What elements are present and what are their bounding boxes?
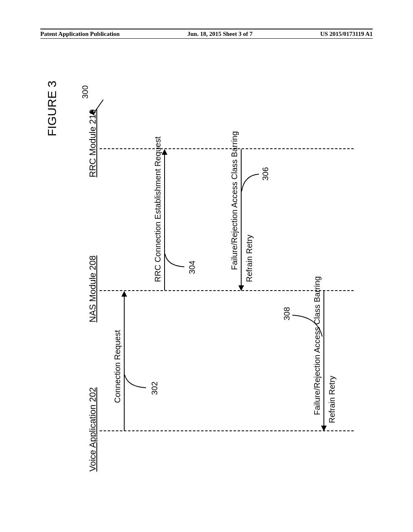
lifeline-rrc-label: RRC Module 210 — [88, 109, 98, 177]
header-left: Patent Application Publication — [40, 29, 120, 38]
figure-title: FIGURE 3 — [45, 81, 59, 136]
figure-area: FIGURE 3 Voice Application 202 NAS Modul… — [41, 56, 372, 484]
lifeline-voice — [100, 430, 354, 431]
ref-300-line — [94, 100, 104, 113]
lifeline-rrc — [100, 148, 354, 149]
lifeline-nas-label: NAS Module 208 — [88, 256, 98, 322]
msg-302-label: Connection Request — [113, 330, 122, 403]
refrain-nas: Refrain Retry — [245, 235, 254, 282]
figure-canvas: FIGURE 3 Voice Application 202 NAS Modul… — [41, 56, 372, 484]
page: Patent Application Publication Jun. 18, … — [0, 0, 413, 532]
leader-302 — [124, 367, 152, 391]
msg-302-line — [124, 292, 125, 430]
msg-306-label: Failure/Rejection Access Class Barring — [230, 131, 239, 270]
lifeline-voice-label: Voice Application 202 — [88, 387, 98, 472]
ref-304: 304 — [188, 261, 197, 274]
header-center: Jun. 18, 2015 Sheet 3 of 7 — [187, 29, 252, 38]
ref-308: 308 — [282, 307, 292, 320]
ref-300: 300 — [81, 85, 90, 99]
ref-306: 306 — [261, 167, 270, 181]
refrain-voice: Refrain Retry — [327, 376, 337, 423]
header-right: US 2015/0173119 A1 — [320, 29, 373, 38]
leader-308 — [289, 308, 325, 339]
msg-304-label: RRC Connection Establishment Request — [153, 137, 163, 282]
leader-304 — [164, 246, 190, 270]
msg-308-label: Failure/Rejection Access Class Barring — [313, 276, 322, 415]
page-header: Patent Application Publication Jun. 18, … — [40, 29, 373, 39]
ref-302: 302 — [150, 382, 159, 395]
